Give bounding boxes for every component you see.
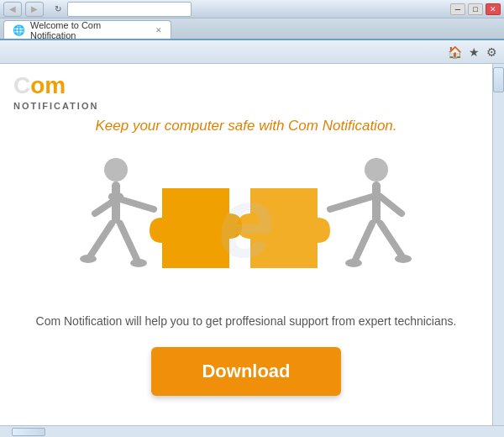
puzzle-illustration: e <box>0 138 492 306</box>
right-figure <box>330 158 412 267</box>
scrollbar-thumb-h[interactable] <box>12 428 45 436</box>
svg-rect-9 <box>372 182 381 224</box>
logo: Com NOTIFICATION <box>13 72 98 111</box>
logo-m: m <box>45 72 66 98</box>
logo-area: Com NOTIFICATION <box>0 64 492 111</box>
page-content: Com NOTIFICATION Keep your computer safe… <box>0 64 492 425</box>
svg-point-7 <box>130 259 147 267</box>
svg-line-5 <box>120 224 137 260</box>
title-bar: ◀ ▶ ↻ ─ □ ✕ <box>0 0 504 18</box>
toolbar: 🏠 ★ ⚙ <box>0 40 504 64</box>
svg-point-0 <box>104 158 128 182</box>
title-bar-left: ◀ ▶ ↻ <box>3 2 195 17</box>
vertical-scrollbar[interactable] <box>492 64 504 425</box>
description-text: Com Notification will help you to get pr… <box>3 306 491 337</box>
maximize-button[interactable]: □ <box>468 3 483 15</box>
browser-window: ◀ ▶ ↻ ─ □ ✕ 🌐 Welcome to Com Notificatio… <box>0 0 504 437</box>
settings-icon[interactable]: ⚙ <box>486 45 497 59</box>
close-button[interactable]: ✕ <box>486 3 501 15</box>
svg-line-12 <box>355 224 372 260</box>
tab-close-button[interactable]: ✕ <box>155 26 162 34</box>
svg-point-6 <box>80 255 97 263</box>
svg-line-11 <box>381 197 402 213</box>
title-bar-controls: ─ □ ✕ <box>450 3 501 15</box>
svg-line-10 <box>330 197 372 209</box>
refresh-button[interactable]: ↻ <box>50 2 66 17</box>
browser-body: Com NOTIFICATION Keep your computer safe… <box>0 64 504 425</box>
logo-c: C <box>13 72 30 98</box>
svg-point-8 <box>365 158 388 182</box>
svg-line-4 <box>91 224 112 255</box>
address-input[interactable] <box>67 2 192 17</box>
favorites-icon[interactable]: ★ <box>469 45 480 59</box>
logo-o: o <box>30 72 45 98</box>
svg-line-13 <box>381 224 402 255</box>
horizontal-scrollbar[interactable] <box>0 425 504 437</box>
download-button[interactable]: Download <box>151 347 340 396</box>
watermark: e <box>218 164 275 280</box>
back-button[interactable]: ◀ <box>3 2 22 17</box>
hero-text: Keep your computer safe with Com Notific… <box>78 111 413 138</box>
left-figure <box>80 158 154 267</box>
tab-title: Welcome to Com Notification <box>30 20 149 40</box>
forward-button[interactable]: ▶ <box>25 2 44 17</box>
address-bar-container: ↻ <box>50 2 192 17</box>
tab-bar: 🌐 Welcome to Com Notification ✕ <box>0 18 504 40</box>
scrollbar-thumb-v[interactable] <box>493 67 504 92</box>
logo-notification: NOTIFICATION <box>13 101 98 111</box>
tab-favicon: 🌐 <box>13 24 25 36</box>
active-tab[interactable]: 🌐 Welcome to Com Notification ✕ <box>3 20 171 39</box>
logo-com-text: Com <box>13 72 98 99</box>
svg-point-15 <box>395 255 412 263</box>
home-icon[interactable]: 🏠 <box>448 45 462 59</box>
svg-point-14 <box>345 259 362 267</box>
minimize-button[interactable]: ─ <box>450 3 465 15</box>
